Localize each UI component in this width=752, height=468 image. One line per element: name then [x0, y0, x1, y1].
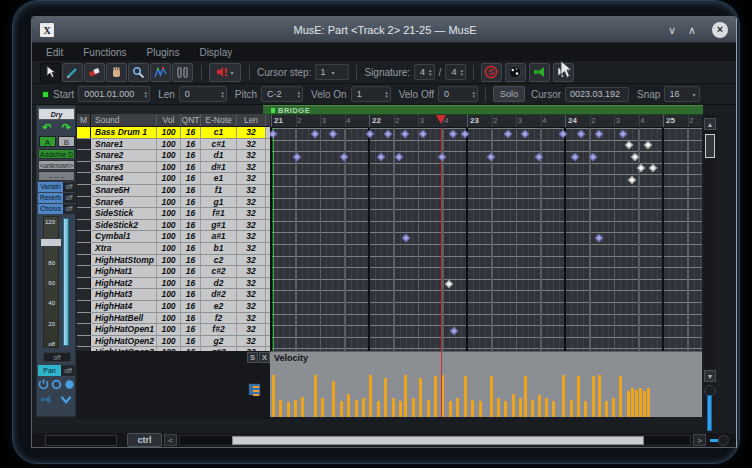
drum-row[interactable]: SideStick210016g#132 [77, 220, 270, 232]
velocity-bar[interactable] [464, 376, 467, 417]
mute-cell[interactable] [77, 243, 91, 254]
close-button[interactable]: × [712, 22, 728, 38]
velocity-bar[interactable] [639, 388, 642, 417]
header-sound[interactable]: Sound [91, 114, 157, 126]
len-cell[interactable]: 32 [237, 313, 266, 324]
velocity-bar[interactable] [598, 375, 601, 417]
velocity-bar[interactable] [497, 398, 500, 417]
playhead-marker-icon[interactable] [436, 115, 446, 124]
qnt-cell[interactable]: 16 [181, 336, 201, 347]
enote-cell[interactable]: c2 [201, 255, 237, 266]
vol-cell[interactable]: 100 [157, 162, 181, 173]
note[interactable] [419, 129, 427, 137]
enote-cell[interactable]: g1 [201, 197, 237, 208]
mute-cell[interactable] [77, 197, 91, 208]
sound-cell[interactable]: HighHat4 [91, 301, 157, 312]
qnt-cell[interactable]: 16 [181, 197, 201, 208]
velocity-bar[interactable] [524, 376, 527, 417]
mute-cell[interactable] [77, 220, 91, 231]
note[interactable] [535, 153, 543, 161]
sound-cell[interactable]: Snare3 [91, 162, 157, 173]
enote-cell[interactable]: c#2 [201, 266, 237, 277]
drum-row[interactable]: Snare610016g132 [77, 197, 270, 209]
vertical-scroll-thumb[interactable] [705, 134, 715, 158]
velo-on-spinbox[interactable]: 1▴▾ [351, 86, 391, 102]
volume-fader-bar[interactable] [63, 218, 69, 346]
enote-cell[interactable]: d1 [201, 150, 237, 161]
velocity-bar[interactable] [490, 376, 493, 417]
len-cell[interactable]: 32 [237, 197, 266, 208]
midi-thru-button[interactable] [529, 63, 550, 82]
vol-cell[interactable]: 100 [157, 255, 181, 266]
vol-cell[interactable]: 100 [157, 208, 181, 219]
note-selected[interactable] [637, 164, 645, 172]
sound-cell[interactable]: HighHatBell [91, 313, 157, 324]
vol-cell[interactable]: 100 [157, 313, 181, 324]
mute-cell[interactable] [77, 162, 91, 173]
sound-cell[interactable]: HighHatOpen2 [91, 336, 157, 347]
qnt-cell[interactable]: 16 [181, 278, 201, 289]
qnt-cell[interactable]: 16 [181, 173, 201, 184]
drum-row[interactable]: Cymbal110016a#132 [77, 231, 270, 243]
speaker-alert-button[interactable]: ▾ [209, 63, 241, 82]
drum-row[interactable]: Bass Drum 110016c132 [77, 127, 270, 139]
note[interactable] [619, 129, 627, 137]
note[interactable] [504, 129, 512, 137]
velocity-bar[interactable] [605, 401, 608, 417]
note[interactable] [521, 129, 529, 137]
note[interactable] [450, 327, 458, 335]
note-selected[interactable] [644, 141, 652, 149]
drum-row[interactable]: HighHat110016c#232 [77, 266, 270, 278]
volume-fader-thumb[interactable] [40, 238, 62, 247]
mute-cell[interactable] [77, 185, 91, 196]
horizontal-zoom-slider[interactable] [710, 439, 736, 442]
len-cell[interactable]: 32 [237, 162, 266, 173]
horizontal-scrollbar[interactable] [179, 435, 691, 446]
sound-cell[interactable]: Xtra [91, 243, 157, 254]
enote-cell[interactable]: g2 [201, 336, 237, 347]
velocity-bar[interactable] [314, 375, 317, 417]
signature-numerator-spinbox[interactable]: 4▴▾ [414, 64, 435, 80]
controller-close-button[interactable]: X [259, 352, 270, 363]
fx-value[interactable]: off [63, 193, 75, 203]
enote-cell[interactable]: d#1 [201, 162, 237, 173]
header-m[interactable]: M [77, 114, 91, 126]
mute-cell[interactable] [77, 150, 91, 161]
drum-row[interactable]: Xtra10016b132 [77, 243, 270, 255]
vol-cell[interactable]: 100 [157, 173, 181, 184]
sound-cell[interactable]: HighHat3 [91, 289, 157, 300]
drum-row[interactable]: HighHat410016e232 [77, 301, 270, 313]
note[interactable] [311, 129, 319, 137]
enote-cell[interactable]: f1 [201, 185, 237, 196]
sound-cell[interactable]: Bass Drum 1 [91, 127, 157, 138]
len-cell[interactable]: 32 [237, 231, 266, 242]
velocity-bar[interactable] [272, 375, 275, 417]
len-cell[interactable]: 32 [237, 185, 266, 196]
note[interactable] [402, 234, 410, 242]
sound-cell[interactable]: HighHatStomp [91, 255, 157, 266]
drum-row[interactable]: Snare310016d#132 [77, 162, 270, 174]
mute-cell[interactable] [77, 289, 91, 300]
solo-button[interactable]: Solo [493, 86, 525, 102]
qnt-cell[interactable]: 16 [181, 289, 201, 300]
patch-prev-icon[interactable]: ↶ [42, 121, 51, 134]
velocity-bar[interactable] [504, 401, 507, 417]
mute-cell[interactable] [77, 208, 91, 219]
mute-cell[interactable] [77, 336, 91, 347]
enote-cell[interactable]: f2 [201, 313, 237, 324]
fx-value[interactable]: off [63, 204, 75, 214]
sound-cell[interactable]: Snare2 [91, 150, 157, 161]
note[interactable] [559, 129, 567, 137]
sound-cell[interactable]: HighHat1 [91, 266, 157, 277]
mute-cell[interactable] [77, 127, 91, 138]
sound-cell[interactable]: Snare4 [91, 173, 157, 184]
note[interactable] [438, 153, 446, 161]
marker-bar[interactable]: BRIDGE [263, 105, 703, 115]
velocity-bar[interactable] [538, 395, 541, 417]
velocity-bar[interactable] [519, 398, 522, 417]
vol-cell[interactable]: 100 [157, 231, 181, 242]
drum-row[interactable]: SideStick10016f#132 [77, 208, 270, 220]
vol-cell[interactable]: 100 [157, 127, 181, 138]
enote-cell[interactable]: d2 [201, 278, 237, 289]
enote-cell[interactable]: e2 [201, 301, 237, 312]
